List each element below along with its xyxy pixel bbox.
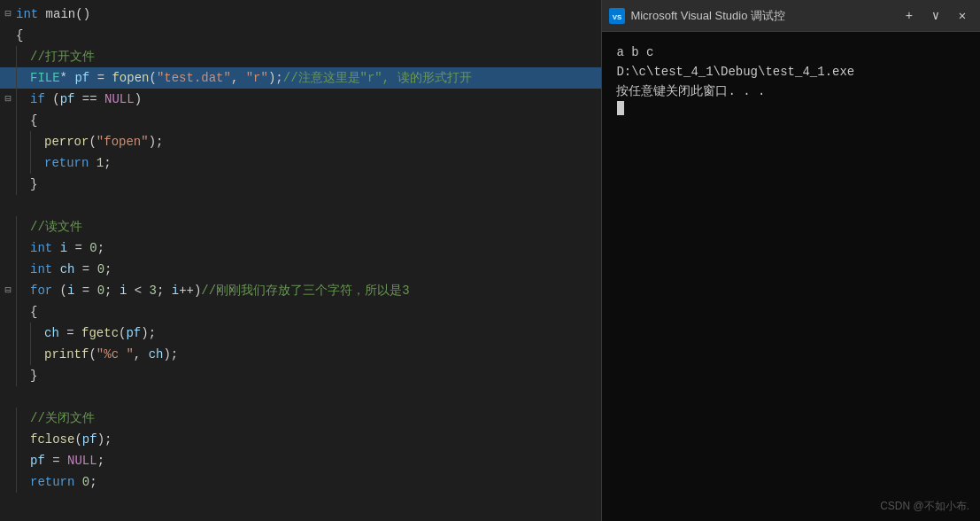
code-line: perror("fopen"); <box>0 131 601 152</box>
indent-guide <box>30 323 44 344</box>
code-line: return 1; <box>0 152 601 174</box>
code-tokens: perror("fopen"); <box>44 131 163 152</box>
indent-guide <box>30 344 44 365</box>
console-titlebar: VS Microsoft Visual Studio 调试控 + ∨ ✕ <box>602 0 980 32</box>
code-tokens: pf = NULL; <box>30 450 104 471</box>
code-line: { <box>0 301 601 323</box>
indent-guide <box>16 301 30 323</box>
code-tokens: //打开文件 <box>30 46 95 67</box>
code-line: { <box>0 25 601 46</box>
code-line: } <box>0 174 601 195</box>
code-tokens: return 1; <box>44 152 112 174</box>
code-line: ch = fgetc(pf); <box>0 323 601 344</box>
indent-guide <box>30 152 44 174</box>
code-line: } <box>0 365 601 386</box>
code-line: //关闭文件 <box>0 408 601 429</box>
watermark: CSDN @不如小布. <box>880 499 969 514</box>
cursor-line <box>616 101 966 115</box>
code-tokens: int ch = 0; <box>30 259 112 280</box>
code-line: printf("%c ", ch); <box>0 344 601 365</box>
indent-guide <box>16 152 30 174</box>
indent-guide <box>16 110 30 131</box>
indent-guide <box>16 259 30 280</box>
code-tokens: int main() <box>16 4 90 25</box>
output-line-1: a b c <box>616 43 966 62</box>
code-tokens: { <box>30 301 37 323</box>
svg-text:VS: VS <box>613 12 621 20</box>
indent-guide <box>16 89 30 110</box>
code-line: { <box>0 110 601 131</box>
code-line <box>0 386 601 408</box>
code-line: //读文件 <box>0 216 601 237</box>
code-line: int i = 0; <box>0 237 601 259</box>
vs-icon: VS <box>609 8 625 24</box>
code-line: fclose(pf); <box>0 429 601 450</box>
indent-guide <box>16 323 30 344</box>
code-tokens: //读文件 <box>30 216 82 237</box>
indent-guide <box>16 365 30 386</box>
cursor <box>617 101 624 115</box>
code-tokens: if (pf == NULL) <box>30 89 142 110</box>
console-title: Microsoft Visual Studio 调试控 <box>630 8 893 24</box>
code-tokens: fclose(pf); <box>30 429 112 450</box>
code-tokens: { <box>16 25 23 46</box>
console-output: a b c D:\c\test_4_1\Debug\test_4_1.exe 按… <box>602 32 980 521</box>
code-editor: ⊟int main(){//打开文件FILE* pf = fopen("test… <box>0 0 601 521</box>
fold-gutter[interactable]: ⊟ <box>0 89 16 110</box>
code-tokens: } <box>30 365 37 386</box>
indent-guide <box>16 46 30 67</box>
indent-guide <box>16 131 30 152</box>
fold-gutter[interactable]: ⊟ <box>0 4 16 25</box>
code-line: int ch = 0; <box>0 259 601 280</box>
fold-gutter[interactable]: ⊟ <box>0 280 16 301</box>
indent-guide <box>16 67 30 89</box>
code-line: ⊟for (i = 0; i < 3; i++)//刚刚我们存放了三个字符，所以… <box>0 280 601 301</box>
indent-guide <box>16 408 30 429</box>
code-content: ⊟int main(){//打开文件FILE* pf = fopen("test… <box>0 0 601 496</box>
indent-guide <box>30 131 44 152</box>
code-tokens: printf("%c ", ch); <box>44 344 178 365</box>
code-line <box>0 195 601 216</box>
code-line: return 0; <box>0 471 601 493</box>
code-line: FILE* pf = fopen("test.dat", "r");//注意这里… <box>0 67 601 89</box>
code-tokens: } <box>30 174 37 195</box>
indent-guide <box>16 429 30 450</box>
output-line-2: D:\c\test_4_1\Debug\test_4_1.exe <box>616 62 966 82</box>
code-line: ⊟if (pf == NULL) <box>0 89 601 110</box>
console-chevron-button[interactable]: ∨ <box>925 5 946 27</box>
indent-guide <box>16 344 30 365</box>
console-new-tab-button[interactable]: + <box>899 5 920 27</box>
indent-guide <box>16 237 30 259</box>
code-line: pf = NULL; <box>0 450 601 471</box>
code-tokens: ch = fgetc(pf); <box>44 323 156 344</box>
code-tokens: return 0; <box>30 471 97 493</box>
indent-guide <box>16 216 30 237</box>
indent-guide <box>16 280 30 301</box>
output-line-3: 按任意键关闭此窗口. . . <box>616 82 966 101</box>
code-tokens: //关闭文件 <box>30 408 95 429</box>
code-tokens: int i = 0; <box>30 237 104 259</box>
code-line: ⊟int main() <box>0 4 601 25</box>
code-tokens: FILE* pf = fopen("test.dat", "r");//注意这里… <box>30 67 472 89</box>
indent-guide <box>16 450 30 471</box>
console-close-button[interactable]: ✕ <box>952 5 973 27</box>
console-panel: VS Microsoft Visual Studio 调试控 + ∨ ✕ a b… <box>602 0 980 521</box>
code-tokens: { <box>30 110 37 131</box>
code-tokens: for (i = 0; i < 3; i++)//刚刚我们存放了三个字符，所以是… <box>30 280 410 301</box>
indent-guide <box>16 471 30 493</box>
code-line: //打开文件 <box>0 46 601 67</box>
indent-guide <box>16 174 30 195</box>
